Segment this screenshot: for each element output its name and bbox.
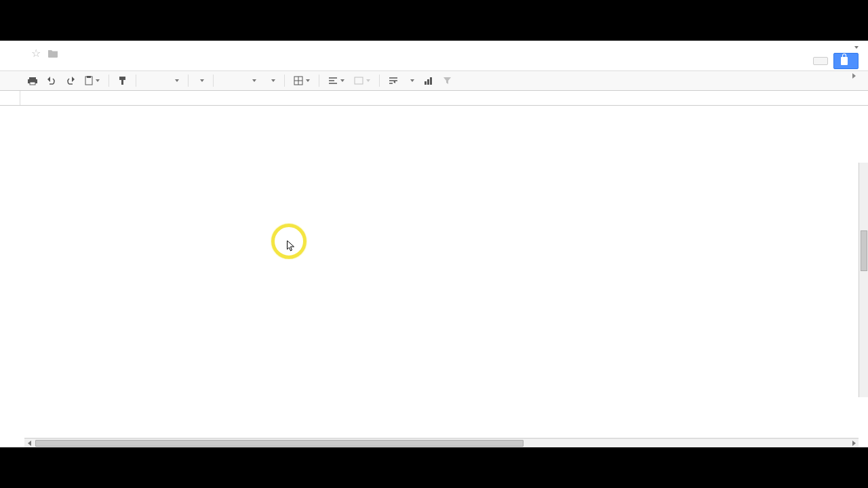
menu-bar [24, 60, 860, 70]
scrollbar-thumb[interactable] [861, 230, 867, 271]
formula-bar [0, 91, 868, 106]
scroll-left-button[interactable] [24, 439, 34, 448]
merge-button[interactable] [351, 75, 374, 87]
currency-button[interactable] [142, 79, 153, 83]
chevron-down-icon [366, 79, 370, 82]
horizontal-scrollbar[interactable] [24, 438, 859, 447]
star-icon[interactable]: ☆ [31, 47, 41, 60]
chevron-down-icon [340, 79, 344, 82]
chevron-down-icon [252, 79, 256, 82]
formula-input[interactable] [20, 91, 868, 105]
borders-button[interactable] [290, 74, 313, 87]
paint-format-button[interactable] [115, 74, 130, 87]
menu-format[interactable] [79, 64, 88, 66]
chevron-down-icon [271, 79, 275, 82]
filter-button[interactable] [439, 75, 455, 87]
chevron-down-icon [96, 79, 100, 82]
svg-rect-4 [87, 76, 91, 78]
svg-rect-19 [430, 77, 432, 85]
font-size-selector[interactable] [194, 77, 208, 84]
menu-data[interactable] [92, 64, 102, 66]
comments-button[interactable] [813, 57, 828, 65]
print-button[interactable] [24, 75, 41, 87]
menu-view[interactable] [52, 64, 61, 66]
redo-button[interactable] [62, 75, 79, 87]
svg-rect-13 [355, 77, 363, 84]
menu-file[interactable] [24, 64, 34, 66]
fx-label [0, 91, 20, 105]
insert-chart-button[interactable] [420, 75, 437, 87]
folder-icon[interactable] [47, 49, 58, 58]
vertical-scrollbar[interactable] [859, 163, 868, 397]
bold-button[interactable] [219, 79, 230, 83]
menu-edit[interactable] [38, 64, 47, 66]
share-button[interactable] [833, 53, 859, 69]
text-color-button[interactable] [246, 77, 260, 84]
document-header: ☆ [0, 41, 868, 70]
svg-rect-6 [121, 80, 123, 85]
undo-button[interactable] [43, 75, 60, 87]
align-button[interactable] [325, 75, 348, 87]
percent-button[interactable] [155, 79, 166, 83]
functions-button[interactable] [404, 77, 418, 84]
app-frame: ☆ [0, 41, 868, 447]
chevron-down-icon [306, 79, 310, 82]
fill-color-button[interactable] [262, 77, 279, 84]
svg-rect-5 [119, 77, 125, 80]
scroll-right-button[interactable] [849, 439, 859, 448]
triangle-right-icon [852, 73, 856, 79]
chevron-down-icon [200, 79, 204, 82]
letterbox-top [0, 0, 868, 41]
svg-rect-18 [427, 79, 429, 85]
letterbox-bottom [0, 447, 868, 488]
number-format-button[interactable] [169, 77, 182, 84]
chevron-down-icon [175, 79, 179, 82]
menu-insert[interactable] [65, 64, 75, 66]
chevron-down-icon [410, 79, 414, 82]
scrollbar-thumb[interactable] [35, 440, 524, 447]
toolbar [0, 70, 868, 91]
menu-help[interactable] [119, 64, 129, 66]
chevron-down-icon [854, 46, 859, 49]
svg-rect-0 [29, 77, 36, 79]
clipboard-button[interactable] [81, 74, 103, 87]
svg-rect-2 [30, 82, 35, 85]
viewers-info[interactable] [852, 73, 859, 79]
svg-rect-17 [425, 81, 427, 85]
user-menu[interactable] [850, 46, 859, 49]
menu-tools[interactable] [106, 64, 115, 66]
wrap-text-button[interactable] [385, 75, 401, 87]
strikethrough-button[interactable] [233, 79, 243, 83]
lock-icon [841, 57, 848, 65]
